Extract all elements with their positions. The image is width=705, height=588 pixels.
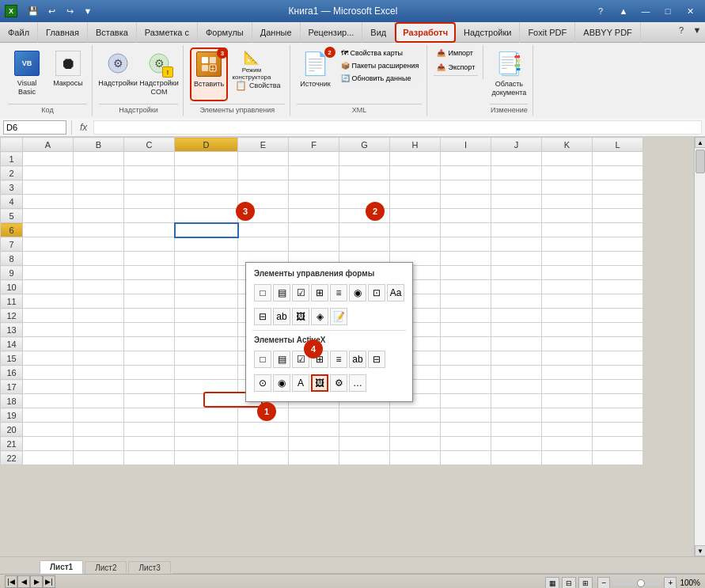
- cell-k5[interactable]: [542, 209, 593, 223]
- row-header-1[interactable]: 1: [1, 152, 23, 166]
- cell-k6[interactable]: [542, 223, 593, 237]
- cell-e21[interactable]: [238, 437, 289, 451]
- cell-a20[interactable]: [23, 423, 74, 437]
- form-option-icon[interactable]: ◉: [349, 284, 366, 302]
- ax-img-icon[interactable]: 🖼: [311, 374, 328, 392]
- sheet-nav-prev[interactable]: ◀: [17, 575, 30, 588]
- cell-i1[interactable]: [441, 152, 491, 166]
- cell-g4[interactable]: [339, 195, 390, 209]
- minimize-btn[interactable]: —: [635, 3, 656, 19]
- tab-review[interactable]: Рецензир...: [301, 22, 363, 43]
- sheet-nav-next[interactable]: ▶: [30, 575, 43, 588]
- cell-i20[interactable]: [441, 423, 491, 437]
- form-scroll-icon[interactable]: ⊟: [254, 308, 271, 325]
- map-properties-btn[interactable]: 🗺 Свойства карты: [338, 47, 423, 59]
- row-header-15[interactable]: 15: [1, 351, 23, 366]
- cell-i15[interactable]: [441, 351, 491, 366]
- cell-l1[interactable]: [593, 152, 643, 166]
- col-header-a[interactable]: A: [23, 138, 74, 152]
- cell-k15[interactable]: [542, 351, 593, 366]
- maximize-btn[interactable]: □: [658, 3, 678, 19]
- cell-b11[interactable]: [74, 294, 124, 309]
- cell-a15[interactable]: [23, 351, 74, 366]
- cell-e2[interactable]: [238, 166, 289, 180]
- cell-i18[interactable]: [441, 394, 491, 408]
- form-list-icon[interactable]: ≡: [330, 284, 347, 302]
- row-header-14[interactable]: 14: [1, 337, 23, 351]
- cell-a11[interactable]: [23, 294, 74, 309]
- cell-a14[interactable]: [23, 337, 74, 351]
- ax-text-icon[interactable]: ab: [349, 351, 366, 368]
- cell-j11[interactable]: [491, 294, 542, 309]
- form-text-icon[interactable]: ab: [273, 308, 290, 325]
- cell-k2[interactable]: [542, 166, 593, 180]
- row-header-3[interactable]: 3: [1, 180, 23, 195]
- ax-combo-icon[interactable]: ▤: [273, 351, 290, 368]
- cell-g1[interactable]: [339, 152, 390, 166]
- row-header-18[interactable]: 18: [1, 394, 23, 408]
- cell-a3[interactable]: [23, 180, 74, 195]
- v-scroll-down-btn[interactable]: ▼: [695, 545, 705, 556]
- v-scroll-track[interactable]: ▲ ▼: [694, 137, 705, 556]
- cell-i9[interactable]: [441, 266, 491, 280]
- cell-b3[interactable]: [74, 180, 124, 195]
- cell-i11[interactable]: [441, 294, 491, 309]
- ax-scroll-icon[interactable]: ⊟: [368, 351, 385, 368]
- cell-l4[interactable]: [593, 195, 643, 209]
- col-header-c[interactable]: C: [124, 138, 175, 152]
- form-spin-icon[interactable]: ⊞: [311, 284, 328, 302]
- tab-pagelayout[interactable]: Разметка с: [137, 22, 198, 43]
- cell-k12[interactable]: [542, 309, 593, 323]
- cell-i14[interactable]: [441, 337, 491, 351]
- cell-i6[interactable]: [441, 223, 491, 237]
- cell-d8[interactable]: [175, 252, 238, 266]
- cell-k17[interactable]: [542, 380, 593, 394]
- cell-k11[interactable]: [542, 294, 593, 309]
- cell-j14[interactable]: [491, 337, 542, 351]
- cell-b5[interactable]: [74, 209, 124, 223]
- cell-c10[interactable]: [124, 280, 175, 294]
- col-header-i[interactable]: I: [441, 138, 491, 152]
- row-header-8[interactable]: 8: [1, 252, 23, 266]
- cell-e4[interactable]: [238, 195, 289, 209]
- row-header-16[interactable]: 16: [1, 366, 23, 380]
- cell-i3[interactable]: [441, 180, 491, 195]
- cell-a12[interactable]: [23, 309, 74, 323]
- cell-i10[interactable]: [441, 280, 491, 294]
- col-header-f[interactable]: F: [289, 138, 339, 152]
- cell-d5[interactable]: [175, 209, 238, 223]
- cell-j3[interactable]: [491, 180, 542, 195]
- cell-l17[interactable]: [593, 380, 643, 394]
- col-header-d[interactable]: D: [175, 138, 238, 152]
- row-header-20[interactable]: 20: [1, 423, 23, 437]
- cell-a10[interactable]: [23, 280, 74, 294]
- tab-formulas[interactable]: Формулы: [198, 22, 252, 43]
- row-header-17[interactable]: 17: [1, 380, 23, 394]
- cell-g22[interactable]: [339, 451, 390, 465]
- cell-e19[interactable]: [238, 408, 289, 423]
- vba-button[interactable]: VB VisualBasic: [8, 47, 46, 101]
- tab-view[interactable]: Вид: [362, 22, 395, 43]
- row-header-19[interactable]: 19: [1, 408, 23, 423]
- cell-e22[interactable]: [238, 451, 289, 465]
- cell-j17[interactable]: [491, 380, 542, 394]
- cell-c13[interactable]: [124, 323, 175, 337]
- cell-f1[interactable]: [289, 152, 339, 166]
- custom-qa-btn[interactable]: ▼: [80, 3, 96, 19]
- cell-k19[interactable]: [542, 408, 593, 423]
- tab-foxit[interactable]: Foxit PDF: [520, 22, 575, 43]
- cell-a6[interactable]: [23, 223, 74, 237]
- help-btn[interactable]: ?: [590, 3, 611, 19]
- cell-k21[interactable]: [542, 437, 593, 451]
- cell-c2[interactable]: [124, 166, 175, 180]
- zoom-in-btn[interactable]: +: [664, 577, 677, 589]
- cell-b7[interactable]: [74, 237, 124, 252]
- tab-addins[interactable]: Надстройки: [456, 22, 520, 43]
- cell-c22[interactable]: [124, 451, 175, 465]
- cell-l18[interactable]: [593, 394, 643, 408]
- form-img-icon[interactable]: 🖼: [292, 308, 309, 325]
- cell-a18[interactable]: [23, 394, 74, 408]
- col-header-l[interactable]: L: [593, 138, 643, 152]
- name-box[interactable]: [3, 120, 66, 135]
- tab-abbyy[interactable]: ABBYY PDF: [575, 22, 641, 43]
